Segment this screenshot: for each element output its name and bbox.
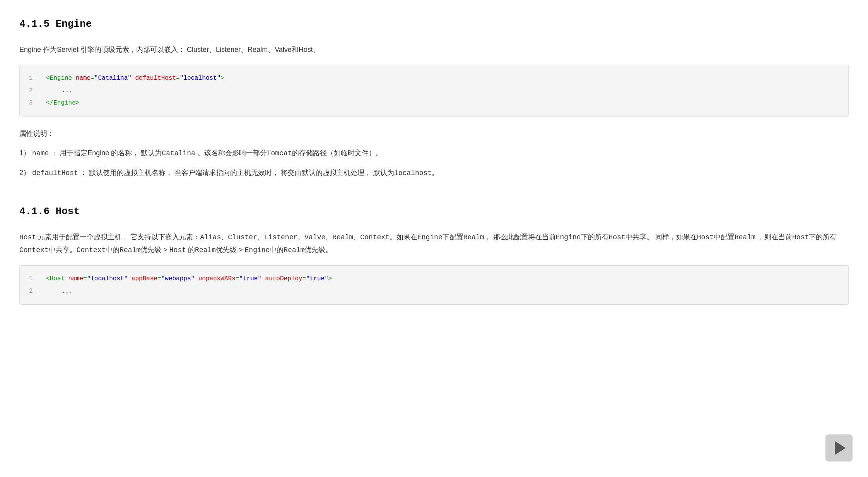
host-attr-auto: autoDeploy [265,275,302,282]
code-line-2: 2 ... [29,84,839,97]
host-attr-name-val: "localhost" [87,275,128,282]
attr-item-name: 1） name ： 用于指定Engine 的名称， 默认为Catalina 。该… [19,147,849,160]
section-415-attrs: 属性说明： 1） name ： 用于指定Engine 的名称， 默认为Catal… [19,127,849,180]
attr-prefix-1: 1） [19,149,30,157]
host-attr-unpack: unpackWARs [198,275,236,282]
line-number-416-1: 1 [29,273,40,285]
code-416-line-1: 1 <Host name="localhost" appBase="webapp… [29,273,839,285]
code-content-3: </Engine> [46,97,839,109]
attr-code-name: name [32,149,49,157]
host-sp-3 [261,275,265,282]
attr-prefix-2: 2） [19,169,30,177]
attrs-heading: 属性说明： [19,127,849,140]
attr-name-1: name [76,75,91,82]
code-416-content-1: <Host name="localhost" appBase="webapps"… [46,273,839,285]
host-eq-2: = [157,275,161,282]
attr-item-defaulthost: 2） defaultHost ： 默认使用的虚拟主机名称， 当客户端请求指向的主… [19,166,849,179]
code-line-1: 1 <Engine name="Catalina" defaultHost="l… [29,72,839,84]
code-dots-1: ... [62,84,73,97]
host-unpack-val: "true" [239,275,261,282]
section-415-description: Engine 作为Servlet 引擎的顶级元素，内部可以嵌入： Cluster… [19,43,849,56]
attr-desc-2: ： 默认使用的虚拟主机名称， 当客户端请求指向的主机无效时， 将交由默认的虚拟主… [80,169,439,177]
host-attr-name: name [68,275,83,282]
host-tag-open: <Host [46,275,68,282]
line-number-3: 3 [29,97,40,109]
eq-1: = [91,75,94,82]
host-eq-1: = [83,275,87,282]
code-line-3: 3 </Engine> [29,97,839,109]
space-1 [132,75,135,82]
section-416-description: Host 元素用于配置一个虚拟主机， 它支持以下嵌入元素：Alias、Clust… [19,231,849,257]
host-sp-1 [128,275,132,282]
eq-2: = [176,75,180,82]
section-416-code-block: 1 <Host name="localhost" appBase="webapp… [19,265,849,305]
code-content-1: <Engine name="Catalina" defaultHost="loc… [46,72,839,84]
host-sp-2 [195,275,198,282]
code-416-line-2: 2 ... [29,285,839,297]
host-eq-3: = [236,275,239,282]
host-appbase-val: "webapps" [161,275,195,282]
code-dots-416: ... [62,285,73,297]
section-415: 4.1.5 Engine Engine 作为Servlet 引擎的顶级元素，内部… [19,15,849,180]
attr-name-2: defaultHost [135,75,176,82]
attr-val-1: "Catalina" [94,75,132,82]
host-auto-val: "true" [306,275,328,282]
section-416: 4.1.6 Host Host 元素用于配置一个虚拟主机， 它支持以下嵌入元素：… [19,203,849,305]
host-attr-appbase: appBase [132,275,157,282]
attr-code-defaulthost: defaultHost [32,169,78,177]
host-eq-4: = [302,275,306,282]
line-number-2: 2 [29,84,40,97]
attr-val-2: "localhost" [180,75,221,82]
section-415-code-block: 1 <Engine name="Catalina" defaultHost="l… [19,65,849,117]
attr-desc-1: ： 用于指定Engine 的名称， 默认为Catalina 。该名称会影响一部分… [51,149,382,157]
line-number-1: 1 [29,72,40,84]
line-number-416-2: 2 [29,285,40,297]
tag-close-bracket: > [220,75,224,82]
section-415-heading: 4.1.5 Engine [19,15,849,33]
tag-open: <Engine [46,75,76,82]
close-tag: </Engine> [46,100,79,106]
host-close-bracket: > [328,275,332,282]
section-416-heading: 4.1.6 Host [19,203,849,220]
